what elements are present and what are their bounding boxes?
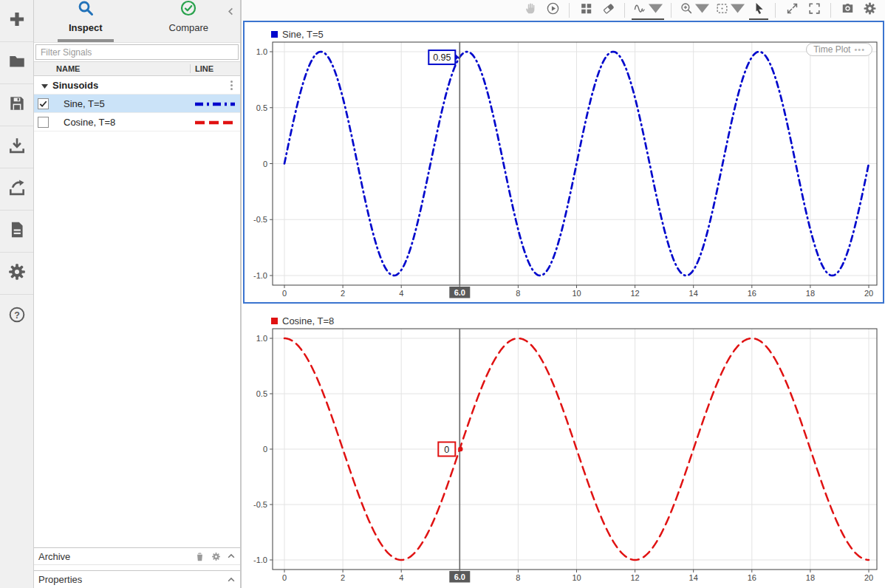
- hand-icon: [524, 1, 538, 18]
- gear-icon[interactable]: [211, 552, 221, 561]
- sine-plot-canvas[interactable]: 0248101214161820-1.0-0.500.51.00.956.0: [245, 22, 883, 302]
- data-cursors-button[interactable]: [632, 1, 664, 20]
- signal-table-header: NAME LINE: [34, 61, 240, 76]
- svg-text:2: 2: [341, 289, 345, 298]
- svg-text:0.5: 0.5: [256, 389, 267, 398]
- pointer-icon: [752, 1, 766, 18]
- plot-settings-button[interactable]: [860, 1, 879, 20]
- plot-toolbar: [242, 0, 885, 21]
- cursor-value-label: 0.95: [433, 52, 451, 63]
- trash-icon[interactable]: [194, 551, 205, 562]
- signal-group-sinusoids[interactable]: Sinusoids: [34, 76, 240, 95]
- import-icon: [7, 136, 27, 158]
- magnifier-icon: [77, 0, 95, 20]
- svg-text:12: 12: [630, 289, 639, 298]
- plus-icon: [7, 10, 27, 32]
- zoom-button[interactable]: [678, 1, 711, 20]
- cosine-plot-canvas[interactable]: 0248101214161820-1.0-0.500.51.006.0: [245, 309, 883, 587]
- svg-text:4: 4: [399, 289, 403, 298]
- simulation-data-inspector: ? Inspect Compare NAME LINE: [0, 0, 885, 588]
- time-plot-cosine[interactable]: Cosine, T=8 0248101214161820-1.0-0.500.5…: [243, 307, 884, 588]
- svg-text:-0.5: -0.5: [253, 215, 267, 224]
- archive-bar[interactable]: Archive: [34, 547, 240, 564]
- tab-inspect[interactable]: Inspect: [52, 0, 119, 42]
- svg-text:0: 0: [263, 160, 267, 168]
- fit-to-view-button[interactable]: [714, 1, 746, 20]
- tab-active-underline: [58, 39, 114, 42]
- signal-panel: Inspect Compare NAME LINE Sinusoids Sine…: [34, 0, 242, 588]
- legend-label: Cosine, T=8: [282, 315, 334, 327]
- legend-swatch: [271, 31, 278, 38]
- svg-text:1.0: 1.0: [256, 47, 267, 56]
- plot-area: Sine, T=5 Time Plot ••• 0248101214161820…: [242, 0, 885, 588]
- open-button[interactable]: [0, 42, 33, 84]
- replay-icon: [546, 1, 560, 18]
- svg-text:2: 2: [341, 573, 345, 582]
- tab-compare[interactable]: Compare: [155, 0, 222, 42]
- clear-plots-button[interactable]: [598, 1, 618, 20]
- pointer-button[interactable]: [749, 1, 768, 20]
- expand-button[interactable]: [782, 1, 802, 20]
- help-button[interactable]: ?: [0, 295, 33, 337]
- plots-container: Sine, T=5 Time Plot ••• 0248101214161820…: [242, 21, 885, 588]
- chevron-down-icon: [649, 1, 663, 18]
- legend-swatch: [271, 318, 278, 324]
- archive-label: Archive: [38, 551, 70, 562]
- replay-button[interactable]: [543, 1, 562, 20]
- column-line: LINE: [190, 64, 240, 73]
- cosine-checkbox[interactable]: [38, 117, 49, 128]
- properties-bar[interactable]: Properties: [34, 570, 240, 588]
- svg-text:20: 20: [864, 573, 873, 582]
- new-button[interactable]: [0, 0, 33, 42]
- fit-view-icon: [715, 1, 729, 18]
- collapse-panel-button[interactable]: [226, 6, 236, 19]
- import-button[interactable]: [0, 126, 33, 168]
- layout-button[interactable]: [576, 1, 595, 20]
- time-plot-badge[interactable]: Time Plot •••: [806, 43, 872, 56]
- signal-row-sine[interactable]: Sine, T=5: [34, 95, 240, 113]
- svg-text:0: 0: [282, 573, 287, 582]
- left-toolbar: ?: [0, 0, 34, 588]
- report-button[interactable]: [0, 211, 33, 253]
- filter-signals-input[interactable]: [35, 44, 239, 60]
- expand-icon: [785, 1, 799, 18]
- chevron-up-icon[interactable]: [227, 575, 236, 584]
- svg-text:14: 14: [689, 289, 698, 298]
- fullscreen-button[interactable]: [804, 1, 824, 20]
- sine-checkbox[interactable]: [38, 98, 49, 109]
- column-name: NAME: [34, 64, 190, 73]
- cursor-time-label: 6.0: [454, 572, 465, 581]
- panel-gap: [34, 564, 240, 570]
- svg-text:14: 14: [689, 573, 698, 582]
- filter-row: [34, 43, 240, 61]
- preferences-button[interactable]: [0, 253, 33, 295]
- check-circle-icon: [180, 0, 197, 20]
- save-button[interactable]: [0, 84, 33, 126]
- report-icon: [7, 220, 27, 242]
- triangle-down-icon[interactable]: [41, 80, 48, 91]
- help-icon: ?: [7, 305, 27, 327]
- save-icon: [7, 94, 27, 116]
- cursor-value-label: 0: [444, 445, 449, 455]
- signal-row-cosine[interactable]: Cosine, T=8: [34, 113, 240, 131]
- export-button[interactable]: [0, 168, 33, 211]
- signal-name: Sine, T=5: [49, 98, 194, 109]
- svg-text:20: 20: [864, 289, 873, 298]
- data-cursor-icon: [633, 1, 647, 18]
- tab-inspect-label: Inspect: [69, 22, 103, 37]
- svg-text:-1.0: -1.0: [253, 555, 267, 564]
- fullscreen-icon: [807, 1, 821, 18]
- time-plot-sine[interactable]: Sine, T=5 Time Plot ••• 0248101214161820…: [243, 21, 884, 304]
- snapshot-button[interactable]: [838, 1, 857, 20]
- pan-button[interactable]: [521, 1, 540, 20]
- svg-text:?: ?: [14, 310, 20, 320]
- gear-icon: [7, 262, 27, 284]
- export-icon: [7, 178, 27, 200]
- chevron-up-icon[interactable]: [227, 552, 236, 561]
- signal-name: Cosine, T=8: [49, 117, 194, 128]
- svg-text:8: 8: [516, 289, 520, 298]
- kebab-menu-icon[interactable]: [230, 81, 233, 90]
- svg-text:0.5: 0.5: [256, 103, 267, 112]
- sine-line-sample: [194, 98, 240, 109]
- svg-text:-1.0: -1.0: [253, 271, 267, 280]
